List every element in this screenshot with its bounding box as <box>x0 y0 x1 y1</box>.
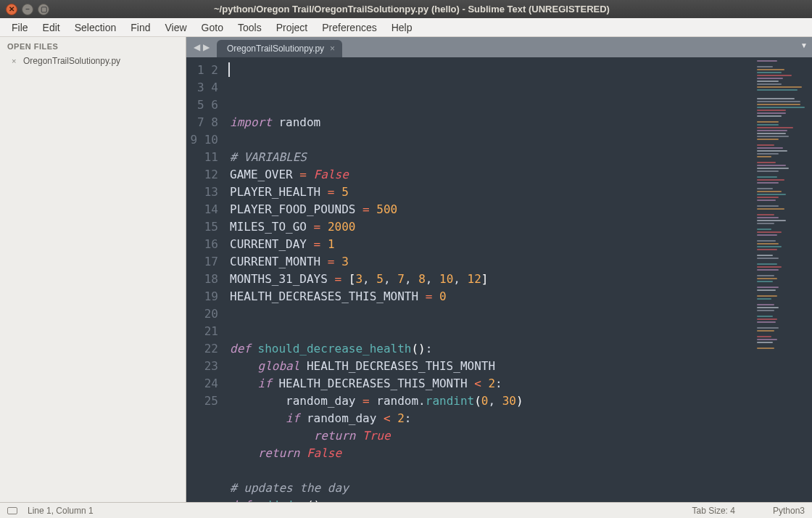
window-title: ~/python/Oregon Trail/OregonTrailSolutio… <box>55 4 812 15</box>
status-tab-size[interactable]: Tab Size: 4 <box>692 506 735 516</box>
menu-preferences[interactable]: Preferences <box>315 20 384 36</box>
menu-file[interactable]: File <box>4 20 36 36</box>
editor-row: 1 2 3 4 5 6 7 8 9 10 11 12 13 14 15 16 1… <box>186 57 812 502</box>
editor-area: ◀ ▶ OregonTrailSolutionpy.py × ▼ 1 2 3 4… <box>186 37 812 502</box>
menu-selection[interactable]: Selection <box>67 20 124 36</box>
sidebar: OPEN FILES × OregonTrailSolutionpy.py <box>0 37 186 502</box>
menu-edit[interactable]: Edit <box>36 20 67 36</box>
titlebar: ✕ – ▢ ~/python/Oregon Trail/OregonTrailS… <box>0 0 812 18</box>
menu-find[interactable]: Find <box>123 20 157 36</box>
maximize-icon[interactable]: ▢ <box>38 4 49 15</box>
tab-overflow-icon[interactable]: ▼ <box>800 41 808 49</box>
close-icon[interactable]: ✕ <box>6 4 17 15</box>
code-editor[interactable]: import random # VARIABLESGAME_OVER = Fal… <box>227 57 753 502</box>
minimap[interactable] <box>753 57 812 502</box>
nav-back-icon[interactable]: ◀ <box>194 42 200 52</box>
text-cursor <box>228 62 230 77</box>
status-syntax[interactable]: Python3 <box>773 506 805 516</box>
body: OPEN FILES × OregonTrailSolutionpy.py ◀ … <box>0 37 812 502</box>
menu-help[interactable]: Help <box>384 20 420 36</box>
menu-goto[interactable]: Goto <box>194 20 231 36</box>
app-window: ✕ – ▢ ~/python/Oregon Trail/OregonTrailS… <box>0 0 812 518</box>
tab-history-nav[interactable]: ◀ ▶ <box>186 37 217 57</box>
tab-close-icon[interactable]: × <box>330 44 335 54</box>
tab-active[interactable]: OregonTrailSolutionpy.py × <box>217 40 342 57</box>
menubar: File Edit Selection Find View Goto Tools… <box>0 18 812 37</box>
open-files-header: OPEN FILES <box>0 37 186 54</box>
nav-forward-icon[interactable]: ▶ <box>203 42 210 52</box>
minimize-icon[interactable]: – <box>22 4 33 15</box>
tabstrip: ◀ ▶ OregonTrailSolutionpy.py × ▼ <box>186 37 812 57</box>
close-file-icon[interactable]: × <box>12 57 20 65</box>
open-file-name: OregonTrailSolutionpy.py <box>23 56 120 66</box>
panel-switcher-icon[interactable] <box>7 507 17 514</box>
menu-project[interactable]: Project <box>269 20 315 36</box>
statusbar: Line 1, Column 1 Tab Size: 4 Python3 <box>0 502 812 518</box>
tab-label: OregonTrailSolutionpy.py <box>227 44 324 54</box>
menu-view[interactable]: View <box>158 20 194 36</box>
status-position[interactable]: Line 1, Column 1 <box>28 506 94 516</box>
menu-tools[interactable]: Tools <box>231 20 269 36</box>
line-gutter: 1 2 3 4 5 6 7 8 9 10 11 12 13 14 15 16 1… <box>186 57 227 502</box>
window-controls: ✕ – ▢ <box>0 4 55 15</box>
open-file-item[interactable]: × OregonTrailSolutionpy.py <box>0 54 186 68</box>
